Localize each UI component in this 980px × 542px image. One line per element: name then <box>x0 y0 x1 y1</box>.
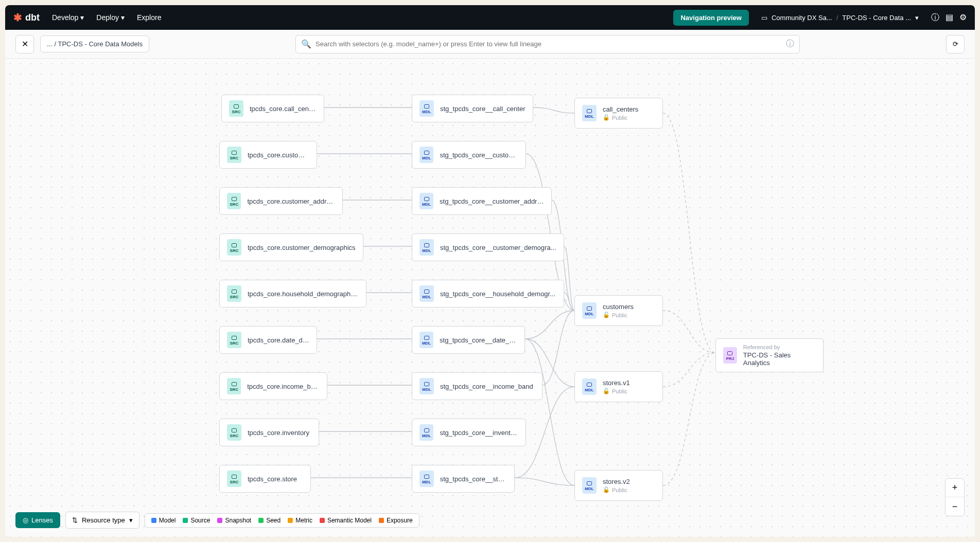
resource-type-select[interactable]: ⇅ Resource type ▾ <box>65 512 139 529</box>
legend-item: Source <box>183 517 210 524</box>
lineage-node[interactable]: SRCtpcds_core.inventory <box>219 419 319 446</box>
svg-rect-21 <box>587 481 592 485</box>
badge-mdl-badge: MDL <box>419 147 433 163</box>
svg-rect-7 <box>232 428 237 432</box>
svg-rect-19 <box>587 306 592 310</box>
bottom-bar: ◎Lenses ⇅ Resource type ▾ ModelSourceSna… <box>15 512 419 529</box>
nav-deploy[interactable]: Deploy▾ <box>96 13 125 22</box>
svg-rect-16 <box>424 428 429 432</box>
node-label: stg_tpcds_core__date_dim <box>440 336 517 344</box>
lineage-node[interactable]: SRCtpcds_core.income_band <box>219 372 327 400</box>
lock-icon: 🔓 <box>603 114 610 121</box>
badge-mdl-badge: MDL <box>582 477 597 494</box>
badge-src-badge: SRC <box>227 378 241 394</box>
logo-mark: ✱ <box>13 11 22 24</box>
lineage-node[interactable]: MDLstores.v2🔓Public <box>574 470 663 501</box>
svg-rect-22 <box>728 351 732 355</box>
refresh-button[interactable]: ⟳ <box>946 35 965 53</box>
badge-mdl-badge: MDL <box>419 100 434 117</box>
lineage-node[interactable]: MDLcall_centers🔓Public <box>574 98 663 129</box>
lineage-node[interactable]: SRCtpcds_core.date_dim <box>219 326 317 354</box>
svg-rect-4 <box>232 290 236 293</box>
badge-src-badge: SRC <box>227 471 241 487</box>
badge-src-badge: SRC <box>227 332 241 348</box>
chevron-down-icon: ▾ <box>129 516 133 524</box>
lineage-node[interactable]: SRCtpcds_core.customer_demographics <box>219 233 363 261</box>
svg-rect-8 <box>232 475 237 478</box>
lineage-node[interactable]: MDLstg_tpcds_core__date_dim <box>412 326 525 354</box>
node-title: TPC-DS - Sales Analytics <box>743 351 816 367</box>
svg-rect-1 <box>232 151 236 154</box>
legend-item: Metric <box>288 517 312 524</box>
current-page[interactable]: TPC-DS - Core Data ... <box>842 14 911 22</box>
lineage-node[interactable]: MDLstg_tpcds_core__call_center <box>412 95 533 122</box>
svg-rect-5 <box>232 336 236 339</box>
node-title: call_centers <box>603 105 638 113</box>
legend-item: Seed <box>258 517 281 524</box>
node-label: tpcds_core.inventory <box>248 429 309 437</box>
lineage-node[interactable]: MDLstg_tpcds_core__inventory <box>412 419 526 446</box>
nav-develop[interactable]: Develop▾ <box>52 13 84 22</box>
legend-item: Exposure <box>379 517 413 524</box>
gear-icon[interactable]: ⚙ <box>959 12 967 23</box>
info-icon[interactable]: ⓘ <box>786 39 794 49</box>
lineage-project-node[interactable]: PRJReferenced byTPC-DS - Sales Analytics <box>715 338 824 372</box>
node-label: tpcds_core.income_band <box>247 383 320 390</box>
folder-icon: ▭ <box>761 14 767 22</box>
node-title: stores.v2 <box>603 478 630 485</box>
svg-rect-10 <box>424 151 429 154</box>
badge-src-badge: SRC <box>227 239 241 256</box>
badge-mdl-badge: MDL <box>419 424 433 441</box>
filter-icon: ⇅ <box>72 516 78 524</box>
badge-mdl-badge: MDL <box>419 471 434 487</box>
lineage-node[interactable]: SRCtpcds_core.customer_address <box>219 187 343 215</box>
node-label: stg_tpcds_core__household_demogr... <box>440 290 555 298</box>
legend-item: Semantic Model <box>320 517 372 524</box>
lineage-node[interactable]: SRCtpcds_core.household_demographics <box>219 280 366 308</box>
lock-icon: 🔓 <box>603 312 610 318</box>
nav-explore[interactable]: Explore <box>137 13 161 22</box>
lineage-search[interactable]: 🔍 ⓘ <box>295 35 800 53</box>
chevron-down-icon: ▾ <box>121 13 125 22</box>
badge-src-badge: SRC <box>227 285 241 302</box>
svg-rect-6 <box>232 382 236 386</box>
lineage-node[interactable]: MDLstg_tpcds_core__customer_address <box>412 187 552 215</box>
zoom-in-button[interactable]: + <box>946 479 964 497</box>
top-nav: ✱ dbt Develop▾ Deploy▾ Explore Navigatio… <box>5 5 975 30</box>
help-icon[interactable]: ⓘ <box>931 12 939 23</box>
legend-item: Model <box>151 517 176 524</box>
node-pretext: Referenced by <box>743 344 816 350</box>
search-input[interactable] <box>316 40 786 48</box>
close-button[interactable]: ✕ <box>15 35 34 53</box>
lineage-canvas[interactable]: SRCtpcds_core.call_centerSRCtpcds_core.c… <box>5 59 975 537</box>
lens-icon: ◎ <box>23 516 28 524</box>
badge-src-badge: SRC <box>229 100 243 117</box>
node-title: customers <box>603 303 634 311</box>
lineage-node[interactable]: MDLcustomers🔓Public <box>574 295 663 326</box>
svg-rect-0 <box>234 104 238 108</box>
badge-mdl-badge: MDL <box>582 302 597 319</box>
lineage-node[interactable]: MDLstg_tpcds_core__household_demogr... <box>412 280 564 308</box>
navigation-preview-button[interactable]: Navigation preview <box>673 10 748 26</box>
lineage-node[interactable]: MDLstg_tpcds_core__customer <box>412 141 526 169</box>
lineage-node[interactable]: SRCtpcds_core.call_center <box>221 95 324 122</box>
breadcrumb-chip[interactable]: ... / TPC-DS - Core Data Models <box>40 35 149 52</box>
search-icon: 🔍 <box>301 39 311 49</box>
project-name[interactable]: Community DX Sa... <box>772 14 832 22</box>
node-label: tpcds_core.call_center <box>250 105 317 113</box>
badge-mdl-badge: MDL <box>419 332 433 348</box>
lineage-node[interactable]: SRCtpcds_core.store <box>219 465 311 493</box>
lenses-button[interactable]: ◎Lenses <box>15 512 60 528</box>
lineage-node[interactable]: MDLstg_tpcds_core__income_band <box>412 372 542 400</box>
lineage-node[interactable]: SRCtpcds_core.customer <box>219 141 317 169</box>
lineage-node[interactable]: MDLstg_tpcds_core__customer_demogra... <box>412 233 564 261</box>
chat-icon[interactable]: ▤ <box>946 12 953 23</box>
badge-mdl-badge: MDL <box>419 378 434 394</box>
svg-rect-15 <box>425 382 429 386</box>
legend: ModelSourceSnapshotSeedMetricSemantic Mo… <box>145 513 419 528</box>
svg-rect-13 <box>425 290 429 293</box>
badge-mdl-badge: MDL <box>419 193 433 209</box>
lineage-node[interactable]: MDLstg_tpcds_core__store <box>412 465 515 493</box>
zoom-out-button[interactable]: − <box>946 497 964 516</box>
lineage-node[interactable]: MDLstores.v1🔓Public <box>574 371 663 402</box>
